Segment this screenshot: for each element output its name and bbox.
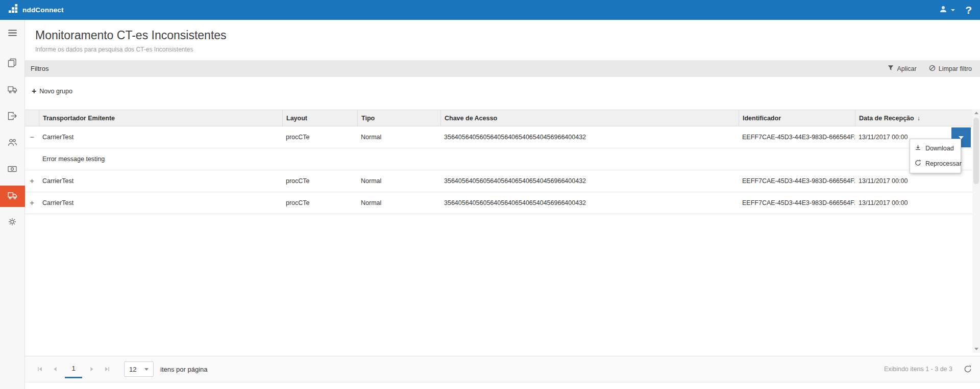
refresh-grid-button[interactable] xyxy=(964,365,972,373)
filter-funnel-icon xyxy=(888,65,894,72)
cell-transportador: CarrierTest xyxy=(39,199,282,206)
user-icon xyxy=(939,5,947,15)
copy-icon xyxy=(8,58,17,69)
cell-identificador: EEFF7CAE-45D3-44E3-983D-666564F24... xyxy=(739,199,855,206)
error-message: Error message testing xyxy=(42,155,105,163)
new-group-button[interactable]: + Novo grupo xyxy=(32,87,72,95)
filters-title: Filtros xyxy=(31,65,48,72)
main-content: Monitoramento CT-es Inconsistentes Infor… xyxy=(25,20,980,389)
page-size-select[interactable]: 12 xyxy=(124,361,154,377)
settings-gears-icon xyxy=(8,217,17,228)
page-size-value: 12 xyxy=(129,366,136,373)
expand-row-button[interactable]: + xyxy=(25,177,39,185)
truck-icon xyxy=(8,85,17,96)
cell-data-recepcao: 13/11/2017 00:00 xyxy=(855,199,972,206)
column-header-data-label: Data de Recepção xyxy=(859,115,914,122)
cell-tipo: Normal xyxy=(357,177,440,185)
expand-row-button[interactable]: + xyxy=(25,199,39,207)
column-header-transportador[interactable]: Transportador Emitente xyxy=(39,110,282,126)
sidebar-item-settings[interactable] xyxy=(0,212,25,234)
column-header-data-recepcao[interactable]: Data de Recepção ↓ xyxy=(855,110,972,126)
sidebar xyxy=(0,20,25,389)
help-button[interactable]: ? xyxy=(965,5,972,15)
collapse-row-button[interactable]: − xyxy=(25,133,39,141)
clear-filter-button[interactable]: Limpar filtro xyxy=(929,65,972,73)
triangle-up-icon xyxy=(974,112,978,114)
apply-filter-label: Aplicar xyxy=(897,65,916,72)
cell-transportador: CarrierTest xyxy=(39,134,282,141)
cell-transportador: CarrierTest xyxy=(39,177,282,185)
column-header-layout[interactable]: Layout xyxy=(282,110,357,126)
cell-layout: procCTe xyxy=(282,134,357,141)
results-grid: Transportador Emitente Layout Tipo Chave… xyxy=(25,110,972,214)
scroll-up-arrow[interactable] xyxy=(972,109,980,117)
sidebar-item-billing[interactable] xyxy=(0,159,25,180)
pager-summary: Exibindo itens 1 - 3 de 3 xyxy=(884,366,952,373)
cell-layout: procCTe xyxy=(282,177,357,185)
row-detail: Error message testing xyxy=(25,148,972,170)
cell-tipo: Normal xyxy=(357,134,440,141)
column-header-identificador[interactable]: Identificador xyxy=(739,110,855,126)
app-name: nddConnect xyxy=(22,6,64,14)
cell-layout: procCTe xyxy=(282,199,357,206)
cell-identificador: EEFF7CAE-45D3-44E3-983D-666564F24... xyxy=(739,134,855,141)
clear-filter-icon xyxy=(929,65,936,73)
ndd-blocks-icon xyxy=(8,4,19,16)
triangle-down-icon xyxy=(974,348,978,350)
items-per-page-label: itens por página xyxy=(160,366,208,373)
chevron-down-icon xyxy=(144,368,149,371)
sidebar-item-documents[interactable] xyxy=(0,53,25,74)
last-page-button[interactable] xyxy=(101,362,114,376)
column-header-chave[interactable]: Chave de Acesso xyxy=(440,110,739,126)
menu-toggle-button[interactable] xyxy=(0,29,25,39)
cell-data-recepcao: 13/11/2017 00:00 xyxy=(855,177,972,185)
cell-chave-acesso: 3564056405605640564065406540456966400432 xyxy=(440,134,739,141)
filters-panel-header: Filtros Aplicar Limpar filtro xyxy=(25,60,980,77)
table-row[interactable]: − CarrierTest procCTe Normal 35640564056… xyxy=(25,126,972,148)
sort-desc-icon: ↓ xyxy=(917,115,920,122)
sidebar-item-cte-monitoring[interactable] xyxy=(0,186,25,207)
app-logo[interactable]: nddConnect xyxy=(8,4,64,16)
users-icon xyxy=(8,138,17,148)
refresh-icon xyxy=(915,160,921,168)
plus-icon: + xyxy=(32,87,36,95)
menu-item-label: Reprocessar xyxy=(925,160,962,167)
header-expand-column xyxy=(25,110,39,126)
new-group-label: Novo grupo xyxy=(39,88,72,95)
menu-item-reprocess[interactable]: Reprocessar xyxy=(910,156,961,171)
clear-filter-label: Limpar filtro xyxy=(939,65,972,72)
column-header-tipo[interactable]: Tipo xyxy=(357,110,440,126)
export-icon xyxy=(8,112,17,122)
menu-item-download[interactable]: Download xyxy=(910,141,961,156)
sidebar-item-users[interactable] xyxy=(0,133,25,154)
sidebar-item-shipping[interactable] xyxy=(0,80,25,101)
chevron-down-icon xyxy=(951,9,955,11)
grid-header-row: Transportador Emitente Layout Tipo Chave… xyxy=(25,110,972,126)
cell-identificador: EEFF7CAE-45D3-44E3-983D-666564F24... xyxy=(739,177,855,185)
cell-tipo: Normal xyxy=(357,199,440,206)
table-row[interactable]: + CarrierTest procCTe Normal 35640564056… xyxy=(25,170,972,192)
row-actions-menu: Download Reprocessar xyxy=(910,139,961,173)
fleet-truck-icon xyxy=(8,191,17,202)
pagination-bar: 1 12 itens por página Exibindo itens 1 -… xyxy=(25,356,980,382)
previous-page-button[interactable] xyxy=(48,362,62,376)
page-title: Monitoramento CT-es Inconsistentes xyxy=(35,29,980,42)
top-bar: nddConnect ? xyxy=(0,0,980,20)
grid-vertical-scrollbar[interactable] xyxy=(972,109,980,353)
user-menu[interactable] xyxy=(939,5,955,15)
scroll-down-arrow[interactable] xyxy=(972,345,980,353)
table-row[interactable]: + CarrierTest procCTe Normal 35640564056… xyxy=(25,192,972,214)
page-subtitle: Informe os dados para pesquisa dos CT-es… xyxy=(35,46,980,53)
next-page-button[interactable] xyxy=(85,362,99,376)
sidebar-item-export[interactable] xyxy=(0,106,25,127)
cell-chave-acesso: 3564056405605640564065406540456966400432 xyxy=(440,199,739,206)
grid-toolbar: + Novo grupo xyxy=(25,77,980,110)
cell-chave-acesso: 3564056405605640564065406540456966400432 xyxy=(440,177,739,185)
money-icon xyxy=(8,165,17,175)
first-page-button[interactable] xyxy=(33,362,46,376)
menu-item-label: Download xyxy=(925,145,954,152)
scrollbar-thumb[interactable] xyxy=(973,118,979,184)
apply-filter-button[interactable]: Aplicar xyxy=(888,65,916,73)
menu-icon xyxy=(8,29,17,38)
current-page-button[interactable]: 1 xyxy=(65,360,82,378)
